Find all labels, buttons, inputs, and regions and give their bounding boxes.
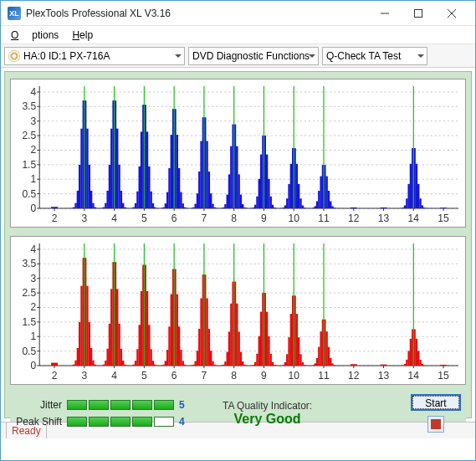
svg-rect-374 [266, 312, 268, 366]
svg-rect-143 [227, 195, 228, 208]
svg-text:15: 15 [438, 213, 449, 224]
svg-rect-127 [194, 204, 196, 208]
svg-rect-210 [419, 198, 421, 208]
test-select[interactable]: Q-Check TA Test [322, 47, 427, 65]
close-button[interactable] [435, 2, 468, 25]
svg-rect-361 [240, 352, 242, 366]
svg-rect-309 [136, 349, 138, 366]
svg-text:3.5: 3.5 [22, 258, 36, 269]
svg-rect-393 [304, 365, 305, 366]
svg-rect-407 [331, 363, 333, 366]
svg-rect-67 [74, 203, 76, 208]
menu-options[interactable]: Options [4, 28, 65, 43]
chevron-down-icon [175, 54, 182, 58]
svg-rect-83 [106, 191, 108, 208]
diagnostic-select[interactable]: DVD Diagnostic Functions [188, 47, 319, 65]
svg-rect-134 [208, 172, 210, 208]
minimize-button[interactable] [368, 2, 402, 25]
svg-text:3: 3 [30, 115, 36, 127]
svg-rect-337 [192, 365, 194, 366]
svg-rect-158 [256, 197, 258, 208]
svg-text:14: 14 [408, 370, 420, 382]
svg-rect-100 [141, 131, 142, 208]
svg-rect-422 [422, 364, 423, 366]
chevron-down-icon [417, 54, 424, 58]
svg-rect-325 [168, 326, 170, 366]
svg-rect-62 [351, 207, 357, 208]
svg-rect-180 [299, 198, 301, 208]
svg-rect-299 [116, 289, 118, 366]
svg-rect-303 [124, 365, 125, 366]
svg-rect-148 [236, 146, 238, 208]
svg-rect-329 [177, 295, 178, 366]
svg-rect-272 [51, 363, 58, 366]
svg-rect-273 [351, 364, 357, 366]
svg-rect-404 [325, 331, 327, 366]
svg-rect-172 [284, 205, 286, 208]
svg-rect-401 [320, 331, 321, 366]
svg-rect-398 [315, 363, 316, 366]
svg-rect-311 [141, 291, 142, 366]
svg-rect-189 [318, 191, 320, 208]
stop-button[interactable] [427, 416, 444, 433]
svg-text:0.5: 0.5 [22, 346, 36, 357]
svg-rect-103 [146, 131, 148, 208]
svg-rect-338 [194, 361, 196, 366]
chart-bottom: 00.511.522.533.5423456789101112131415 [10, 236, 466, 385]
svg-rect-371 [260, 312, 262, 366]
svg-rect-90 [120, 191, 122, 208]
svg-rect-136 [212, 204, 213, 208]
svg-rect-84 [109, 165, 110, 208]
svg-text:12: 12 [348, 213, 360, 224]
svg-rect-174 [288, 184, 289, 208]
svg-rect-187 [315, 206, 316, 208]
svg-rect-92 [124, 207, 125, 208]
svg-rect-115 [171, 135, 172, 208]
svg-rect-208 [416, 164, 417, 208]
diagnostic-select-value: DVD Diagnostic Functions [192, 50, 310, 62]
svg-rect-378 [274, 365, 275, 366]
svg-text:1.5: 1.5 [22, 316, 36, 328]
svg-rect-307 [133, 365, 135, 366]
jitter-bars [67, 400, 174, 410]
peakshift-bars [67, 417, 174, 427]
svg-rect-376 [269, 354, 271, 366]
svg-rect-324 [166, 350, 168, 366]
plot-area: 00.511.522.533.5423456789101112131415 00… [4, 71, 472, 418]
svg-rect-356 [230, 304, 232, 366]
svg-text:13: 13 [378, 370, 390, 382]
svg-rect-386 [290, 314, 292, 366]
svg-rect-287 [92, 361, 94, 366]
svg-rect-175 [290, 164, 292, 208]
svg-rect-197 [334, 207, 335, 208]
svg-rect-294 [106, 349, 108, 366]
svg-rect-345 [208, 329, 210, 366]
svg-rect-363 [243, 365, 245, 366]
svg-rect-149 [238, 174, 239, 208]
svg-rect-367 [253, 365, 254, 366]
svg-rect-195 [330, 202, 331, 208]
svg-rect-414 [406, 360, 407, 366]
svg-rect-344 [206, 299, 207, 366]
start-button[interactable]: Start [411, 394, 461, 411]
svg-rect-296 [110, 289, 112, 366]
svg-rect-157 [254, 205, 256, 208]
menu-help[interactable]: Help [65, 28, 100, 43]
svg-rect-1 [415, 9, 422, 17]
svg-rect-281 [80, 286, 82, 366]
svg-text:3: 3 [81, 370, 87, 382]
svg-rect-278 [74, 361, 76, 366]
drive-select[interactable]: HA:0 ID:1 PX-716A [4, 47, 185, 65]
svg-rect-204 [407, 184, 409, 208]
maximize-button[interactable] [402, 2, 435, 25]
svg-rect-302 [122, 361, 124, 366]
svg-rect-202 [404, 205, 406, 208]
svg-text:0: 0 [30, 360, 36, 371]
svg-rect-151 [242, 204, 243, 208]
svg-rect-111 [162, 207, 164, 208]
svg-rect-408 [334, 365, 335, 366]
svg-text:13: 13 [378, 213, 390, 224]
svg-rect-295 [109, 324, 110, 366]
svg-rect-122 [184, 207, 186, 208]
svg-text:14: 14 [408, 213, 420, 224]
